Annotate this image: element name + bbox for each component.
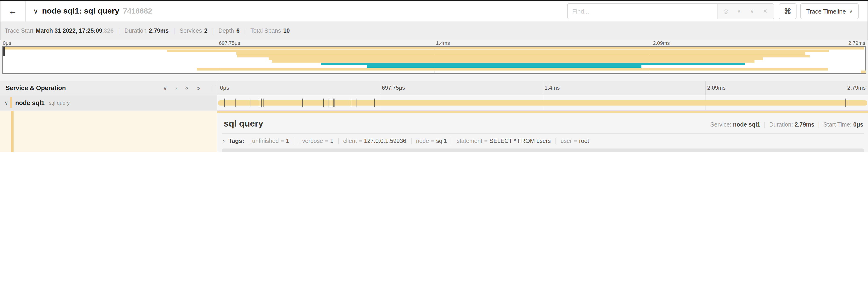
timeline-tick-label: 2.79ms	[847, 85, 866, 91]
minimap-span-bar	[272, 60, 754, 63]
tag-key: _unfinished	[249, 138, 279, 144]
tag-value: SELECT * FROM users	[490, 138, 551, 144]
tag-divider	[338, 138, 338, 144]
trace-start-value: March 31 2022, 17:25:09	[36, 27, 102, 34]
match-case-icon[interactable]: ◎	[719, 8, 733, 14]
span-detail-left-gutter	[0, 111, 217, 152]
clear-find-icon[interactable]: ✕	[759, 8, 772, 14]
expand-all-icon[interactable]: »	[197, 85, 200, 92]
span-row[interactable]: ∨node sql1sql query	[0, 95, 868, 111]
span-log-tick	[334, 99, 335, 107]
tag-key: client	[343, 138, 357, 144]
minimap-canvas[interactable]	[2, 46, 866, 74]
back-arrow-icon: ←	[8, 6, 17, 16]
timeline-tick-label: 2.09ms	[707, 85, 726, 91]
divider: |	[818, 122, 820, 128]
service-name: node sql1	[15, 99, 44, 106]
collapse-one-icon[interactable]: ∨	[163, 85, 167, 92]
timeline-tick-label: 1.4ms	[545, 85, 560, 91]
timeline-header-gridline	[542, 81, 543, 95]
timeline-minimap: 0μs697.75μs1.4ms2.09ms2.79ms	[0, 40, 868, 81]
tag-value: sql1	[436, 138, 447, 144]
tag-value: 1	[286, 138, 289, 144]
span-timeline-cell[interactable]	[217, 95, 868, 111]
minimap-tick-labels: 0μs697.75μs1.4ms2.09ms2.79ms	[0, 40, 868, 46]
timeline-tick-label: 0μs	[220, 85, 229, 91]
tag-item: statement=SELECT * FROM users	[457, 138, 551, 144]
start-time-value: 0μs	[853, 122, 863, 128]
span-detail-accent-bar	[217, 111, 868, 113]
span-log-tick	[224, 99, 225, 107]
minimap-scrubber-handle[interactable]	[3, 47, 5, 56]
tag-key: user	[561, 138, 572, 144]
tag-item: user=root	[561, 138, 589, 144]
minimap-tick-label: 2.79ms	[848, 40, 865, 46]
tag-divider	[555, 138, 556, 144]
tag-value: 1	[330, 138, 333, 144]
duration-value: 2.79ms	[149, 27, 169, 34]
expand-tags-chevron-icon[interactable]: ›	[223, 138, 225, 144]
expand-one-icon[interactable]: ›	[175, 85, 177, 92]
depth-value: 6	[237, 27, 240, 34]
minimap-span-bar	[861, 71, 866, 73]
divider: |	[212, 27, 214, 34]
span-log-tick	[332, 99, 332, 107]
span-detail-title: sql query	[224, 119, 263, 129]
duration-value: 2.79ms	[795, 122, 814, 128]
span-log-tick	[303, 99, 303, 107]
trace-title-chevron-icon[interactable]: ∨	[33, 7, 38, 15]
top-bar: ← ∨ node sql1: sql query 7418682 ◎ ∧ ∨ ✕…	[0, 1, 868, 22]
tag-divider	[452, 138, 452, 144]
next-match-icon[interactable]: ∨	[746, 8, 759, 14]
column-resizer-handle[interactable]	[212, 86, 215, 92]
span-color-stripe	[11, 111, 13, 152]
span-detail-panel: sql queryService: node sql1|Duration: 2.…	[217, 111, 868, 152]
span-tree-item[interactable]: ∨node sql1sql query	[0, 95, 217, 111]
find-controls: ◎ ∧ ∨ ✕	[717, 4, 774, 19]
operation-name: sql query	[49, 100, 70, 105]
trace-timeline-page: ← ∨ node sql1: sql query 7418682 ◎ ∧ ∨ ✕…	[0, 0, 868, 152]
command-icon: ⌘	[784, 7, 792, 15]
span-log-tick	[351, 99, 351, 107]
span-log-tick	[328, 99, 329, 107]
minimap-tick-label: 1.4ms	[436, 40, 450, 46]
trace-view-selector[interactable]: Trace Timeline ∨	[800, 3, 859, 19]
minimap-span-bar	[237, 55, 810, 58]
span-log-tick	[333, 99, 334, 107]
span-log-tick	[356, 99, 356, 107]
minimap-tick-label: 0μs	[3, 40, 11, 46]
tags-row[interactable]: ›Tags:_unfinished=1_verbose=1client=127.…	[217, 134, 868, 144]
timeline-header: 0μs697.75μs1.4ms2.09ms2.79ms	[217, 81, 868, 95]
minimap-tick-label: 697.75μs	[219, 40, 240, 46]
prev-match-icon[interactable]: ∧	[733, 8, 746, 14]
minimap-span-bar	[321, 63, 745, 65]
services-label: Services	[180, 27, 202, 34]
trace-start-fraction: .326	[102, 27, 114, 34]
find-group: ◎ ∧ ∨ ✕	[567, 3, 774, 19]
back-button[interactable]: ←	[0, 1, 26, 22]
timeline-tick-label: 697.75μs	[382, 85, 405, 91]
collapse-all-icon[interactable]: »	[183, 87, 190, 90]
service-label: Service:	[710, 122, 731, 128]
minimap-tick-label: 2.09ms	[653, 40, 670, 46]
span-log-tick	[250, 99, 250, 107]
span-bar[interactable]	[218, 100, 867, 105]
total-spans-value: 10	[283, 27, 290, 34]
tree-controls: ∨ › » »	[163, 85, 200, 92]
span-log-tick	[236, 99, 236, 107]
divider: |	[244, 27, 246, 34]
tag-key: statement	[457, 138, 482, 144]
divider: |	[764, 122, 766, 128]
minimap-span-bar	[166, 50, 829, 52]
duration-label: Duration	[124, 27, 147, 34]
divider: |	[118, 27, 120, 34]
services-value: 2	[205, 27, 208, 34]
span-log-tick	[259, 99, 259, 107]
find-input[interactable]	[568, 4, 717, 19]
keyboard-shortcuts-button[interactable]: ⌘	[779, 3, 797, 19]
tag-value: root	[579, 138, 589, 144]
collapse-chevron-icon[interactable]: ∨	[3, 100, 10, 106]
minimap-span-bar	[4, 47, 865, 49]
logs-row[interactable]: ›Logs(18)	[222, 148, 864, 152]
start-time-label: Start Time:	[824, 122, 851, 128]
